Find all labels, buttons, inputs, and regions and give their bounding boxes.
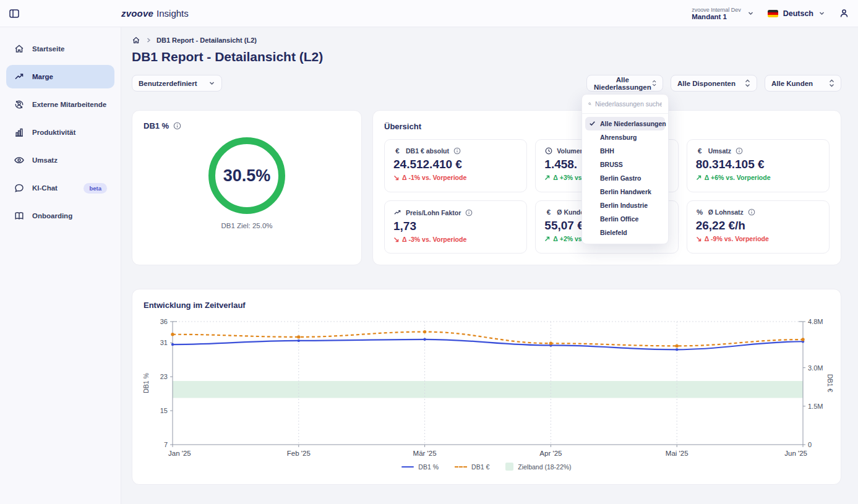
period-select-value: Benutzerdefiniert — [139, 80, 197, 87]
user-icon[interactable] — [839, 8, 849, 19]
sidebar-item-produktivit-t[interactable]: Produktivität — [6, 121, 114, 144]
info-icon[interactable] — [736, 147, 743, 155]
svg-text:31: 31 — [160, 339, 168, 346]
sidebar: StartseiteMargeExterne MitarbeitendeProd… — [0, 27, 121, 504]
svg-text:Mai '25: Mai '25 — [666, 450, 689, 457]
svg-text:3.0M: 3.0M — [808, 364, 823, 372]
dropdown-option-label: Berlin Industrie — [600, 202, 648, 209]
dropdown-option-berlin-industrie[interactable]: Berlin Industrie — [585, 199, 665, 212]
period-select[interactable]: Benutzerdefiniert — [132, 75, 222, 92]
trend-up-arrow-icon — [544, 236, 550, 242]
dropdown-option-bruss[interactable]: BRUSS — [585, 158, 665, 171]
trend-up-arrow-icon — [696, 175, 701, 181]
svg-text:Feb '25: Feb '25 — [287, 450, 311, 457]
home-icon[interactable] — [132, 36, 140, 45]
chat-icon — [14, 182, 25, 194]
tenant-switcher[interactable]: zvoove Internal Dev Mandant 1 — [692, 7, 754, 20]
eye-icon — [14, 155, 25, 166]
dropdown-option-berlin-gastro[interactable]: Berlin Gastro — [585, 171, 665, 185]
kpi-tile-db1-absolut: €DB1 € absolut24.512.410 €Δ -1% vs. Vorp… — [384, 139, 527, 192]
dropdown-option-bhh[interactable]: BHH — [585, 144, 665, 158]
dispatcher-select-value: Alle Disponenten — [677, 80, 736, 87]
sidebar-item-onboarding[interactable]: Onboarding — [6, 204, 114, 228]
info-icon[interactable] — [453, 147, 461, 155]
brand-logo: zvoove Insights — [121, 8, 189, 19]
svg-text:Jun '25: Jun '25 — [784, 450, 807, 457]
chevron-down-icon — [208, 80, 215, 87]
chart-legend: DB1 %DB1 €Zielband (18-22%) — [132, 463, 841, 471]
sidebar-item-label: Startseite — [32, 45, 64, 53]
svg-text:1.5M: 1.5M — [808, 403, 823, 410]
sidebar-item-startseite[interactable]: Startseite — [6, 37, 114, 61]
kpi-value: 1,73 — [393, 220, 518, 233]
tenant-name: Mandant 1 — [692, 13, 741, 20]
breadcrumb: DB1 Report - Detailansicht (L2) — [132, 36, 841, 45]
language-selector[interactable]: Deutsch — [768, 9, 825, 18]
trend-down-arrow-icon — [393, 237, 399, 242]
dropdown-option-label: BHH — [600, 147, 614, 155]
info-icon[interactable] — [465, 209, 473, 216]
legend-item-zielband-18-22[interactable]: Zielband (18-22%) — [505, 463, 571, 471]
search-icon — [588, 100, 591, 108]
kpi-tile-umsatz: €Umsatz80.314.105 €Δ +6% vs. Vorperiode — [687, 139, 830, 192]
svg-text:15: 15 — [160, 407, 168, 414]
chevron-right-icon — [145, 37, 152, 43]
dropdown-option-bielefeld[interactable]: Bielefeld — [585, 226, 665, 239]
legend-item-db1[interactable]: DB1 % — [401, 463, 439, 471]
info-icon[interactable] — [173, 122, 181, 130]
gauge-ring: 30.5% — [208, 137, 285, 214]
dropdown-option-ahrensburg[interactable]: Ahrensburg — [585, 130, 665, 144]
svg-text:DB1 %: DB1 % — [142, 373, 150, 393]
gauge-card-title: DB1 % — [144, 121, 169, 130]
customer-select[interactable]: Alle Kunden — [765, 75, 841, 92]
dropdown-option-berlin-handwerk[interactable]: Berlin Handwerk — [585, 185, 665, 199]
branch-option-list: Alle NiederlassungenAhrensburgBHHBRUSSBe… — [582, 114, 668, 244]
sidebar-item-label: Externe Mitarbeitende — [32, 101, 106, 108]
dropdown-option-alle-niederlassungen[interactable]: Alle Niederlassungen — [585, 117, 665, 130]
up-down-chevron-icon — [829, 79, 834, 87]
legend-dash-swatch — [455, 466, 467, 468]
legend-label: Zielband (18-22%) — [518, 463, 571, 471]
kpi-label: Preis/Lohn Faktor — [406, 209, 461, 216]
euro-icon: € — [544, 208, 552, 216]
sidebar-toggle-button[interactable] — [5, 4, 24, 23]
sidebar-item-label: Umsatz — [32, 156, 58, 164]
kpi-delta: Δ -9% vs. Vorperiode — [705, 235, 769, 242]
euro-icon: € — [393, 147, 401, 155]
kpi-label: Ø Lohnsatz — [708, 208, 744, 216]
dropdown-option-label: BRUSS — [600, 161, 623, 168]
tenant-environment: zvoove Internal Dev — [692, 7, 741, 13]
svg-text:Jan '25: Jan '25 — [168, 450, 191, 457]
kpi-value: 26,22 €/h — [696, 219, 820, 233]
brand-logo-light: Insights — [157, 8, 189, 19]
kpi-delta: Δ -1% vs. Vorperiode — [402, 174, 466, 181]
chevron-down-icon — [747, 10, 754, 17]
sidebar-item-externe-mitarbeitende[interactable]: Externe Mitarbeitende — [6, 93, 114, 116]
brand-logo-bold: zvoove — [121, 8, 153, 19]
line-chart: 71523313601.5M3.0M4.8MDB1 %DB1 €Jan '25F… — [132, 313, 842, 461]
home-icon — [14, 43, 25, 54]
trend-icon — [14, 71, 25, 82]
info-icon[interactable] — [748, 208, 755, 216]
legend-line-swatch — [401, 466, 414, 468]
percent-icon: % — [696, 208, 704, 216]
euro-icon: € — [696, 147, 704, 155]
dispatcher-select[interactable]: Alle Disponenten — [671, 75, 757, 92]
dropdown-option-label: Bielefeld — [600, 229, 627, 236]
sidebar-item-marge[interactable]: Marge — [6, 65, 114, 88]
dropdown-option-berlin-office[interactable]: Berlin Office — [585, 212, 665, 226]
svg-text:DB1 €: DB1 € — [826, 374, 834, 392]
kpi-label: DB1 € absolut — [406, 147, 449, 155]
dropdown-option-label: Ahrensburg — [600, 134, 637, 141]
trend-up-arrow-icon — [544, 175, 550, 181]
legend-item-db1[interactable]: DB1 € — [455, 463, 489, 471]
trend-down-arrow-icon — [393, 175, 399, 181]
kpi-tile-preis-lohn-faktor: Preis/Lohn Faktor1,73Δ -3% vs. Vorperiod… — [384, 200, 527, 254]
dropdown-option-label: Berlin Office — [600, 215, 638, 223]
branch-search-input[interactable] — [595, 100, 662, 108]
kpi-delta: Δ -3% vs. Vorperiode — [402, 236, 466, 243]
sidebar-item-ki-chat[interactable]: KI-Chatbeta — [6, 176, 114, 200]
branch-select[interactable]: Alle Niederlassungen — [586, 75, 663, 92]
svg-text:4.8M: 4.8M — [808, 318, 823, 325]
sidebar-item-umsatz[interactable]: Umsatz — [6, 148, 114, 172]
